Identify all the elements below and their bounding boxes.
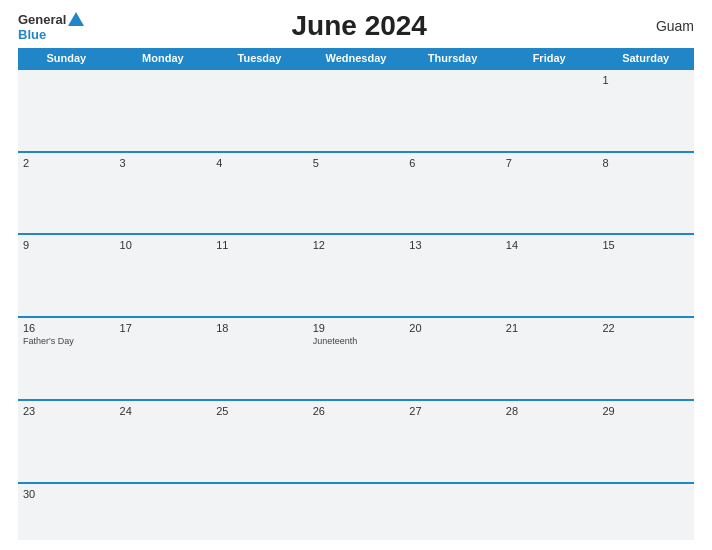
header-thursday: Thursday	[404, 48, 501, 68]
header-monday: Monday	[115, 48, 212, 68]
day-cell: 14	[501, 235, 598, 316]
day-cell: 11	[211, 235, 308, 316]
day-cell	[211, 70, 308, 151]
day-cell: 17	[115, 318, 212, 399]
day-number: 27	[409, 405, 496, 417]
day-number: 5	[313, 157, 400, 169]
day-cell: 4	[211, 153, 308, 234]
days-header: Sunday Monday Tuesday Wednesday Thursday…	[18, 48, 694, 68]
day-number: 17	[120, 322, 207, 334]
day-cell: 9	[18, 235, 115, 316]
header-sunday: Sunday	[18, 48, 115, 68]
day-cell: 20	[404, 318, 501, 399]
day-number: 10	[120, 239, 207, 251]
day-cell: 18	[211, 318, 308, 399]
month-title: June 2024	[84, 10, 634, 42]
calendar-body: 12345678910111213141516Father's Day17181…	[18, 68, 694, 540]
day-cell: 13	[404, 235, 501, 316]
week-row: 30	[18, 482, 694, 540]
day-number: 23	[23, 405, 110, 417]
logo-triangle-icon	[68, 12, 84, 26]
day-cell: 22	[597, 318, 694, 399]
day-number: 21	[506, 322, 593, 334]
day-number: 4	[216, 157, 303, 169]
day-cell: 10	[115, 235, 212, 316]
header-wednesday: Wednesday	[308, 48, 405, 68]
day-cell: 29	[597, 401, 694, 482]
day-cell	[597, 484, 694, 540]
day-cell	[501, 484, 598, 540]
day-number: 13	[409, 239, 496, 251]
day-cell: 26	[308, 401, 405, 482]
header-tuesday: Tuesday	[211, 48, 308, 68]
day-number: 16	[23, 322, 110, 334]
calendar: Sunday Monday Tuesday Wednesday Thursday…	[18, 48, 694, 540]
page-header: General Blue June 2024 Guam	[18, 10, 694, 42]
day-number: 12	[313, 239, 400, 251]
week-row: 16Father's Day171819Juneteenth202122	[18, 316, 694, 399]
day-number: 6	[409, 157, 496, 169]
day-cell: 30	[18, 484, 115, 540]
day-cell: 21	[501, 318, 598, 399]
day-cell: 16Father's Day	[18, 318, 115, 399]
day-number: 1	[602, 74, 689, 86]
day-cell: 12	[308, 235, 405, 316]
day-number: 2	[23, 157, 110, 169]
day-number: 29	[602, 405, 689, 417]
day-cell: 28	[501, 401, 598, 482]
day-number: 8	[602, 157, 689, 169]
day-number: 11	[216, 239, 303, 251]
week-row: 9101112131415	[18, 233, 694, 316]
day-cell	[308, 484, 405, 540]
header-friday: Friday	[501, 48, 598, 68]
day-cell: 24	[115, 401, 212, 482]
day-number: 15	[602, 239, 689, 251]
logo-general-text: General	[18, 13, 66, 26]
logo: General Blue	[18, 12, 84, 41]
day-number: 22	[602, 322, 689, 334]
day-cell: 15	[597, 235, 694, 316]
day-cell: 19Juneteenth	[308, 318, 405, 399]
logo-blue-text: Blue	[18, 28, 46, 41]
day-cell	[308, 70, 405, 151]
day-cell: 3	[115, 153, 212, 234]
day-cell: 25	[211, 401, 308, 482]
day-cell: 7	[501, 153, 598, 234]
day-cell	[115, 70, 212, 151]
day-event: Father's Day	[23, 336, 110, 347]
day-number: 7	[506, 157, 593, 169]
day-number: 3	[120, 157, 207, 169]
day-cell: 1	[597, 70, 694, 151]
day-cell	[211, 484, 308, 540]
day-cell: 23	[18, 401, 115, 482]
day-number: 14	[506, 239, 593, 251]
day-event: Juneteenth	[313, 336, 400, 347]
day-cell: 8	[597, 153, 694, 234]
day-cell: 2	[18, 153, 115, 234]
day-number: 19	[313, 322, 400, 334]
day-cell	[18, 70, 115, 151]
day-number: 18	[216, 322, 303, 334]
day-cell: 27	[404, 401, 501, 482]
day-cell: 5	[308, 153, 405, 234]
calendar-page: General Blue June 2024 Guam Sunday Monda…	[0, 0, 712, 550]
day-number: 24	[120, 405, 207, 417]
day-number: 9	[23, 239, 110, 251]
day-number: 25	[216, 405, 303, 417]
week-row: 2345678	[18, 151, 694, 234]
week-row: 23242526272829	[18, 399, 694, 482]
day-cell: 6	[404, 153, 501, 234]
day-number: 26	[313, 405, 400, 417]
day-cell	[404, 70, 501, 151]
header-saturday: Saturday	[597, 48, 694, 68]
day-cell	[404, 484, 501, 540]
day-number: 28	[506, 405, 593, 417]
day-cell	[501, 70, 598, 151]
region-label: Guam	[634, 18, 694, 34]
day-number: 30	[23, 488, 110, 500]
day-number: 20	[409, 322, 496, 334]
week-row: 1	[18, 68, 694, 151]
day-cell	[115, 484, 212, 540]
